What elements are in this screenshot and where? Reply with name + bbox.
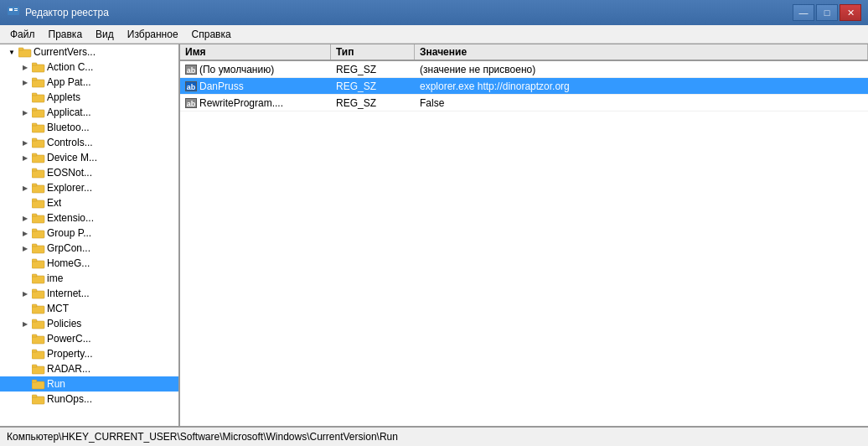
svg-rect-5 — [18, 48, 23, 50]
folder-icon — [32, 106, 45, 118]
tree-label: Property... — [47, 348, 92, 360]
tree-item-mct[interactable]: ▶ MCT — [0, 301, 178, 316]
folder-icon — [32, 363, 45, 375]
data-name-text: DanPruss — [199, 80, 244, 92]
folder-icon — [32, 227, 45, 239]
menu-view[interactable]: Вид — [89, 27, 121, 42]
tree-item-powerc[interactable]: ▶ PowerC... — [0, 331, 178, 346]
tree-arrow: ▶ — [20, 107, 30, 117]
svg-rect-21 — [32, 169, 37, 171]
tree-item-apppat[interactable]: ▶ App Pat... — [0, 75, 178, 90]
title-bar: Редактор реестра — □ ✕ — [0, 0, 868, 25]
svg-rect-44 — [32, 351, 44, 359]
tree-label: EOSNot... — [47, 167, 92, 179]
svg-rect-20 — [32, 170, 44, 178]
svg-rect-51 — [32, 395, 37, 397]
tree-arrow: ▶ — [20, 183, 30, 193]
tree-label: Applicat... — [47, 106, 91, 118]
menu-edit[interactable]: Правка — [42, 27, 90, 42]
tree-label: Extensio... — [47, 212, 94, 224]
svg-rect-36 — [32, 291, 44, 298]
tree-item-currentversion[interactable]: ▼ CurrentVers... — [0, 44, 178, 60]
folder-icon — [32, 272, 45, 284]
folder-icon — [32, 348, 45, 360]
data-rows[interactable]: ab (По умолчанию) REG_SZ (значение не пр… — [180, 61, 868, 426]
tree-item-bluetoo[interactable]: ▶ Bluetoo... — [0, 120, 178, 135]
tree-scroll[interactable]: ▼ CurrentVers... ▶ Action C... ▶ App Pat… — [0, 44, 178, 426]
svg-rect-28 — [32, 231, 44, 238]
svg-rect-3 — [14, 10, 18, 11]
svg-rect-9 — [32, 78, 37, 80]
svg-rect-49 — [32, 380, 37, 382]
tree-item-grpcon[interactable]: ▶ GrpCon... — [0, 241, 178, 256]
data-row-danpruss[interactable]: ab DanPruss REG_SZ explorer.exe http://d… — [180, 78, 868, 95]
data-row-default[interactable]: ab (По умолчанию) REG_SZ (значение не пр… — [180, 61, 868, 78]
tree-item-action[interactable]: ▶ Action C... — [0, 60, 178, 75]
folder-icon — [32, 137, 45, 148]
tree-item-run[interactable]: ▶ Run — [0, 376, 178, 392]
tree-label: MCT — [47, 303, 69, 314]
reg-icon: ab — [185, 98, 197, 108]
tree-item-runops[interactable]: ▶ RunOps... — [0, 392, 178, 407]
data-cell-value: False — [415, 96, 868, 110]
svg-rect-29 — [32, 229, 37, 231]
tree-label: Bluetoo... — [47, 122, 90, 133]
svg-rect-47 — [32, 365, 37, 367]
folder-icon — [32, 61, 45, 73]
tree-label: HomeG... — [47, 257, 90, 269]
tree-arrow: ▶ — [20, 213, 30, 223]
tree-arrow: ▶ — [20, 243, 30, 253]
svg-rect-24 — [32, 200, 44, 208]
svg-rect-30 — [32, 246, 44, 253]
menu-favorites[interactable]: Избранное — [121, 27, 185, 42]
minimize-button[interactable]: — — [793, 4, 814, 21]
tree-label: App Pat... — [47, 76, 91, 88]
tree-item-devicem[interactable]: ▶ Device M... — [0, 150, 178, 165]
svg-rect-32 — [32, 261, 44, 268]
tree-item-eosnot[interactable]: ▶ EOSNot... — [0, 165, 178, 180]
tree-item-applets[interactable]: ▶ Applets — [0, 90, 178, 105]
svg-rect-6 — [32, 65, 44, 72]
tree-item-extensio[interactable]: ▶ Extensio... — [0, 210, 178, 226]
col-header-type: Тип — [331, 44, 415, 60]
svg-rect-39 — [32, 304, 37, 307]
tree-item-groupp[interactable]: ▶ Group P... — [0, 226, 178, 241]
menu-help[interactable]: Справка — [185, 27, 238, 42]
reg-icon: ab — [185, 81, 197, 91]
tree-item-controls[interactable]: ▶ Controls... — [0, 135, 178, 150]
tree-arrow: ▶ — [20, 288, 30, 298]
title-bar-icon — [7, 6, 20, 19]
tree-item-policies[interactable]: ▶ Policies — [0, 316, 178, 331]
folder-icon — [32, 288, 45, 299]
svg-rect-37 — [32, 289, 37, 292]
folder-icon — [32, 333, 45, 345]
tree-arrow: ▶ — [20, 137, 30, 148]
tree-item-ime[interactable]: ▶ ime — [0, 271, 178, 286]
tree-item-radar[interactable]: ▶ RADAR... — [0, 361, 178, 376]
tree-label: Internet... — [47, 288, 90, 299]
menu-file[interactable]: Файл — [3, 27, 42, 42]
data-cell-type: REG_SZ — [331, 80, 415, 93]
tree-item-homeg[interactable]: ▶ HomeG... — [0, 256, 178, 271]
folder-icon — [32, 167, 45, 179]
tree-label: Explorer... — [47, 182, 92, 194]
tree-item-applicat[interactable]: ▶ Applicat... — [0, 105, 178, 120]
svg-rect-48 — [32, 381, 44, 389]
folder-icon — [32, 152, 45, 163]
folder-icon — [18, 46, 32, 58]
svg-rect-31 — [32, 244, 37, 246]
status-path: Компьютер\HKEY_CURRENT_USER\Software\Mic… — [7, 431, 398, 443]
tree-item-internet[interactable]: ▶ Internet... — [0, 286, 178, 301]
data-cell-value: explorer.exe http://dinoraptzor.org — [415, 80, 868, 93]
tree-label: Applets — [47, 91, 80, 103]
maximize-button[interactable]: □ — [816, 4, 838, 21]
tree-label: GrpCon... — [47, 242, 90, 254]
svg-rect-27 — [32, 214, 37, 216]
svg-rect-1 — [9, 8, 13, 11]
tree-item-explorer[interactable]: ▶ Explorer... — [0, 180, 178, 195]
data-row-rewrite[interactable]: ab RewriteProgram.... REG_SZ False — [180, 95, 868, 112]
tree-item-ext[interactable]: ▶ Ext — [0, 195, 178, 210]
svg-rect-12 — [32, 110, 44, 117]
close-button[interactable]: ✕ — [840, 4, 861, 21]
tree-item-property[interactable]: ▶ Property... — [0, 346, 178, 361]
